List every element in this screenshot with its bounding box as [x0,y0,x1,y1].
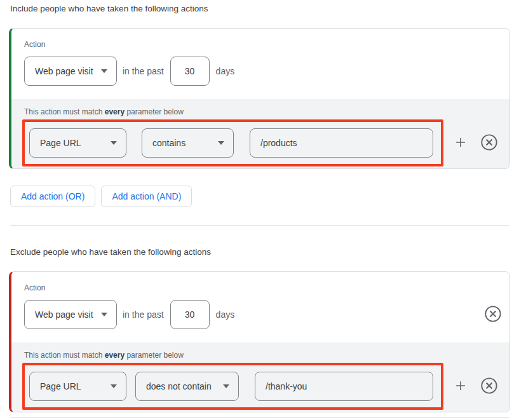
param-operator-value: does not contain [146,381,212,391]
in-the-past-label: in the past [123,309,164,320]
add-action-and-button[interactable]: Add action (AND) [101,186,192,207]
circle-x-icon [480,377,498,396]
bottom-divider [10,417,509,418]
days-input[interactable] [170,300,210,329]
add-action-or-button[interactable]: Add action (OR) [10,186,95,207]
action-type-select[interactable]: Web page visit [24,300,117,329]
exclude-parameter-row: Page URL does not contain [22,363,503,410]
circle-x-icon [484,305,502,325]
days-label: days [216,66,235,76]
param-operator-select[interactable]: does not contain [135,372,239,401]
include-action-row: Web page visit in the past days [24,57,497,86]
exclude-action-card: Action Web page visit in the past days [9,271,510,412]
days-label: days [216,309,235,320]
param-operator-value: contains [152,138,185,148]
add-parameter-button[interactable] [454,135,468,151]
chevron-down-icon [111,141,117,145]
action-label: Action [24,40,497,49]
param-field-value: Page URL [40,381,81,391]
chevron-down-icon [223,384,229,388]
include-parameter-row: Page URL contains [22,119,503,166]
match-every-text: This action must match every parameter b… [24,107,503,116]
action-type-value: Web page visit [35,66,93,76]
circle-x-icon [480,133,498,153]
chevron-down-icon [101,313,107,316]
action-type-value: Web page visit [35,309,93,320]
add-action-buttons: Add action (OR) Add action (AND) [10,186,510,207]
exclude-section-header: Exclude people who have taken the follow… [10,247,510,257]
action-type-select[interactable]: Web page visit [24,57,117,86]
include-action-card: Action Web page visit in the past days T… [9,28,510,169]
exclude-parameter-section: This action must match every parameter b… [11,342,509,412]
in-the-past-label: in the past [123,66,164,76]
remove-action-button[interactable] [480,133,498,153]
chevron-down-icon [218,141,224,145]
chevron-down-icon [101,69,107,73]
plus-icon [454,135,468,151]
param-field-value: Page URL [40,138,81,148]
audience-builder: Include people who have taken the follow… [0,0,519,418]
param-field-select[interactable]: Page URL [29,372,126,401]
annotation-highlight: Page URL contains [22,119,443,166]
include-parameter-section: This action must match every parameter b… [11,99,509,168]
param-field-select[interactable]: Page URL [29,128,126,158]
param-operator-select[interactable]: contains [142,128,234,158]
add-parameter-button[interactable] [454,379,468,395]
exclude-action-row: Web page visit in the past days [24,300,497,329]
annotation-highlight: Page URL does not contain [22,363,443,410]
exclude-action-top: Action Web page visit in the past days [11,272,509,342]
chevron-down-icon [111,384,117,388]
match-every-text: This action must match every parameter b… [24,351,503,360]
remove-action-button[interactable] [480,377,498,396]
param-value-input[interactable] [255,372,433,401]
section-divider [10,225,509,226]
include-action-top: Action Web page visit in the past days [11,29,509,99]
remove-exclude-action-button[interactable] [484,305,502,325]
plus-icon [454,379,468,395]
include-section-header: Include people who have taken the follow… [10,4,510,13]
action-label: Action [24,283,497,292]
param-value-input[interactable] [250,128,433,158]
days-input[interactable] [170,57,210,86]
